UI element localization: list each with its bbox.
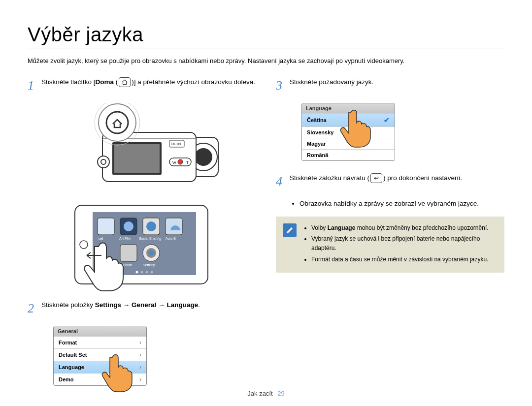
zoom-t-label: T (186, 160, 189, 165)
svg-point-23 (146, 221, 156, 231)
svg-point-27 (149, 250, 154, 255)
panel-header: General (54, 326, 146, 336)
panel-sidebar: ⚙ ↩ (301, 103, 302, 160)
step-number: 1 (28, 76, 36, 95)
svg-rect-24 (120, 245, 137, 261)
step-number: 2 (28, 299, 36, 318)
svg-point-22 (124, 221, 133, 231)
page-number: 29 (277, 390, 284, 397)
step-number: 3 (276, 76, 285, 95)
svg-point-31 (151, 271, 153, 273)
chevron-right-icon: › (139, 376, 141, 383)
language-menu-illustration: ⚙ ↩ Language Čeština✔ Slovensky Magyar R… (288, 103, 504, 161)
step-1: 1 Stiskněte tlačítko [Doma ()] a přetáhn… (28, 76, 256, 95)
hi2-1: Settings (143, 263, 156, 267)
intro-text: Můžete zvolit jazyk, který se použije pr… (28, 56, 504, 66)
list-item[interactable]: Demo› (54, 373, 146, 385)
page-footer: Jak zacít 29 (0, 390, 532, 397)
list-item[interactable]: Format› (54, 336, 146, 348)
list-item[interactable]: Magyar (302, 138, 395, 149)
svg-point-28 (136, 271, 138, 273)
zoom-w-label: W (172, 160, 176, 165)
check-icon: ✔ (384, 116, 390, 124)
hi-3: Auto B (166, 237, 176, 240)
note-item: Formát data a času se může měnit v závis… (311, 255, 497, 264)
hi2-0: Album (122, 263, 132, 267)
svg-point-29 (141, 271, 143, 273)
svg-point-11 (101, 159, 106, 164)
step-number: 4 (276, 172, 285, 191)
hi-1: Art Film (119, 237, 131, 240)
note-box: Volby Language mohou být změněny bez pře… (276, 217, 504, 273)
svg-point-2 (195, 148, 212, 166)
list-item[interactable]: Slovensky (302, 126, 395, 138)
hi-2: Social Sharing (139, 237, 161, 241)
step-4: 4 Stiskněte záložku návratu (↩) pro doko… (276, 172, 504, 191)
list-item-selected[interactable]: Čeština✔ (302, 113, 395, 126)
chevron-right-icon: › (139, 351, 141, 358)
hi-0: ual (99, 237, 103, 240)
homescreen-illustration: ual Art Film Social Sharing Auto B Album… (73, 203, 211, 287)
list-item[interactable]: Română (302, 149, 395, 160)
svg-point-13 (106, 112, 128, 133)
svg-point-30 (146, 271, 148, 273)
home-icon (119, 77, 131, 87)
svg-point-8 (178, 159, 183, 164)
svg-point-17 (80, 241, 88, 249)
note-item: Vybraný jazyk se uchová i bez připojení … (311, 234, 497, 252)
page-title: Výběr jazyka (28, 24, 504, 46)
list-item[interactable]: Default Set› (54, 348, 146, 361)
panel-header: Language (302, 103, 395, 113)
note-pencil-icon (283, 223, 297, 237)
svg-rect-18 (98, 218, 114, 235)
list-item-selected[interactable]: Language› (54, 361, 146, 373)
step-3: 3 Stiskněte požadovaný jazyk. (276, 76, 504, 95)
camcorder-illustration: W T DC IN (63, 103, 221, 196)
return-icon: ↩ (370, 173, 382, 183)
general-menu-illustration: ⚙ ↩ General Format› Default Set› Languag… (39, 326, 256, 386)
step-4-sub: Obrazovka nabídky a zprávy se zobrazí ve… (291, 199, 504, 209)
svg-rect-6 (114, 144, 160, 173)
step-2: 2 Stiskněte položky Settings → General →… (28, 299, 256, 318)
divider (28, 49, 504, 49)
note-item: Volby Language mohou být změněny bez pře… (311, 223, 497, 233)
chevron-right-icon: › (139, 364, 141, 371)
dcin-label: DC IN (171, 142, 181, 146)
chevron-right-icon: › (139, 339, 141, 346)
panel-sidebar: ⚙ ↩ (53, 326, 54, 385)
